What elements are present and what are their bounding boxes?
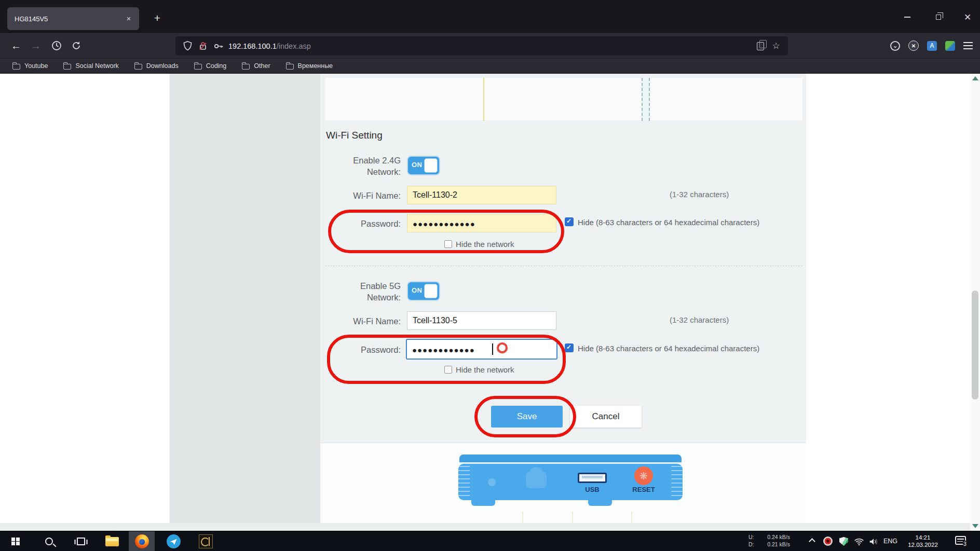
forward-icon: → <box>31 40 41 52</box>
wifi-name-24g-hint: (1-32 characters) <box>670 190 729 199</box>
history-button[interactable] <box>48 33 65 59</box>
bookmark-other[interactable]: Other <box>242 62 270 70</box>
bookmark-label: Youtube <box>24 62 48 70</box>
toggle-knob <box>424 158 438 173</box>
enable-5g-toggle[interactable]: ON <box>407 281 440 301</box>
diagram-bottom-panel <box>325 78 802 121</box>
extension-color-icon[interactable] <box>945 41 955 51</box>
file-explorer-icon <box>105 537 119 546</box>
page-sidebar-strip <box>170 74 320 523</box>
telegram-taskbar-button[interactable] <box>164 531 183 551</box>
bookmark-label: Social Network <box>75 62 118 70</box>
wifi-name-24g-input[interactable] <box>407 186 556 204</box>
router-vent-left <box>458 466 470 498</box>
file-explorer-button[interactable] <box>103 531 121 551</box>
toggle-on-label: ON <box>412 286 423 294</box>
windows-security-icon[interactable] <box>839 537 848 546</box>
recording-indicator-icon[interactable] <box>823 536 833 546</box>
annotation-password-5g <box>327 335 566 384</box>
app-monogram-button[interactable] <box>196 531 215 551</box>
new-tab-button[interactable]: + <box>149 10 165 26</box>
firefox-taskbar-button[interactable] <box>129 531 155 551</box>
windows-taskbar: U:0.24 kB/s D:0.21 kB/s ENG 14:21 12.03.… <box>0 531 980 551</box>
pocket-icon[interactable]: ⌄ <box>890 41 900 51</box>
restore-icon <box>936 15 941 20</box>
annotation-save-button <box>474 396 576 437</box>
download-label: D: <box>748 541 756 548</box>
diagram-cable-line <box>483 78 484 121</box>
band-separator <box>325 266 802 266</box>
volume-tray-button[interactable] <box>866 531 881 551</box>
folder-icon <box>286 64 294 70</box>
scrollbar-thumb[interactable] <box>972 291 978 400</box>
hide-password-24g-checkbox[interactable] <box>565 217 574 226</box>
bookmark-social-network[interactable]: Social Network <box>63 62 118 70</box>
page-footer-strip <box>0 523 980 531</box>
folder-icon <box>12 64 20 70</box>
bookmark-label: Downloads <box>146 62 179 70</box>
forward-button[interactable]: → <box>27 33 45 59</box>
window-close-button[interactable]: ✕ <box>956 7 979 27</box>
upload-value: 0.24 kB/s <box>760 534 790 541</box>
tab-title: HG8145V5 <box>15 15 124 23</box>
search-icon <box>45 538 53 545</box>
back-icon: ← <box>11 40 21 52</box>
speaker-icon <box>869 538 878 546</box>
cancel-button[interactable]: Cancel <box>570 406 642 428</box>
reset-label: RESET <box>625 486 662 493</box>
wifi-tray-button[interactable] <box>852 531 866 551</box>
diagram-dashed-line <box>642 78 650 121</box>
bookmark-downloads[interactable]: Downloads <box>134 62 179 70</box>
taskbar-clock[interactable]: 14:21 12.03.2022 <box>904 534 942 548</box>
bookmark-youtube[interactable]: Youtube <box>12 62 48 70</box>
extension-blue-icon[interactable]: A <box>927 41 937 51</box>
router-foot <box>588 499 612 506</box>
desktop-screen: HG8145V5 × + ✕ ← → 192.168.100.1/index <box>0 0 980 551</box>
scroll-up-icon[interactable] <box>972 76 978 80</box>
bookmark-vremennye[interactable]: Временные <box>286 62 333 70</box>
enable-24g-label: Enable 2.4G Network: <box>338 155 401 177</box>
bookmark-label: Other <box>254 62 270 70</box>
start-button[interactable] <box>6 531 25 551</box>
bookmark-coding[interactable]: Coding <box>194 62 227 70</box>
network-speed-monitor[interactable]: U:0.24 kB/s D:0.21 kB/s <box>748 534 790 548</box>
clock-time: 14:21 <box>904 534 942 541</box>
insecure-lock-icon[interactable] <box>197 40 209 52</box>
scroll-down-icon[interactable] <box>972 524 978 528</box>
annotation-password-24g <box>328 210 564 253</box>
minimize-icon <box>904 17 910 18</box>
windows-logo-icon <box>11 538 20 546</box>
window-restore-button[interactable] <box>927 7 950 27</box>
router-vent-right <box>671 466 683 498</box>
back-button[interactable]: ← <box>7 33 25 59</box>
wifi-name-5g-label: Wi-Fi Name: <box>291 315 401 327</box>
window-minimize-button[interactable] <box>896 7 919 27</box>
wifi-name-5g-input[interactable] <box>407 311 556 330</box>
page-scrollbar[interactable] <box>970 74 980 531</box>
settings-panel <box>320 74 806 443</box>
folder-icon <box>194 64 202 70</box>
tray-expand-chevron[interactable] <box>809 538 815 545</box>
folder-icon <box>242 64 250 70</box>
hide-password-24g-hint: Hide (8-63 characters or 64 hexadecimal … <box>578 218 759 227</box>
hide-password-5g-checkbox[interactable] <box>565 343 574 352</box>
translate-page-icon[interactable] <box>755 40 766 52</box>
tracking-shield-icon[interactable] <box>182 40 193 52</box>
adblock-extension-icon[interactable]: ✕ <box>908 40 919 51</box>
close-icon: ✕ <box>964 12 971 23</box>
text-cursor <box>492 343 493 355</box>
tab-hg8145v5[interactable]: HG8145V5 × <box>7 7 139 30</box>
tab-close-icon[interactable]: × <box>124 13 134 24</box>
enable-5g-label: Enable 5G Network: <box>338 280 401 303</box>
menu-hamburger-icon[interactable] <box>963 42 973 49</box>
url-bar[interactable]: 192.168.100.1/index.asp ☆ <box>175 36 788 56</box>
task-view-button[interactable] <box>72 531 90 551</box>
reload-button[interactable] <box>67 33 85 59</box>
bookmark-star-icon[interactable]: ☆ <box>770 40 782 52</box>
enable-24g-toggle[interactable]: ON <box>407 156 440 175</box>
language-indicator[interactable]: ENG <box>883 538 897 545</box>
router-foot <box>471 499 495 506</box>
folder-icon <box>63 64 71 70</box>
taskbar-search-button[interactable] <box>39 531 58 551</box>
saved-password-key-icon[interactable] <box>213 40 224 52</box>
